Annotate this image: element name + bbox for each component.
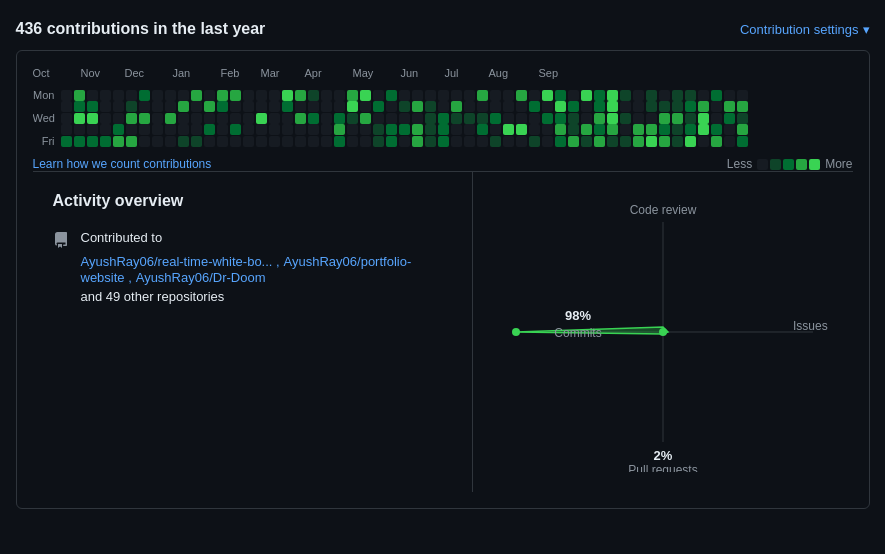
contribution-cell [542, 90, 553, 101]
contribution-cell [724, 136, 735, 147]
contribution-cell [282, 136, 293, 147]
contribution-cell [711, 90, 722, 101]
contribution-cell [191, 136, 202, 147]
contribution-cell [516, 136, 527, 147]
contribution-cell [464, 101, 475, 112]
contribution-cell [334, 101, 345, 112]
contribution-cell [737, 101, 748, 112]
contribution-cell [269, 124, 280, 135]
contribution-cell [139, 90, 150, 101]
month-labels: OctNovDecJanFebMarAprMayJunJulAugSep [33, 67, 853, 85]
contribution-cell [425, 124, 436, 135]
contribution-cell [152, 90, 163, 101]
contribution-cell [61, 124, 72, 135]
contribution-cell [165, 136, 176, 147]
contribution-cell [438, 113, 449, 124]
contribution-cell [646, 90, 657, 101]
contribution-cell [386, 101, 397, 112]
contribution-cell [594, 124, 605, 135]
activity-right: 98% Commits Issues Code review 2% Pull r… [473, 172, 853, 492]
contribution-cell [711, 101, 722, 112]
contribution-cell [685, 113, 696, 124]
contribution-cell [659, 90, 670, 101]
contribution-header: 436 contributions in the last year Contr… [16, 20, 870, 38]
contribution-cell [321, 113, 332, 124]
contribution-cell [152, 113, 163, 124]
contribution-grid: MonWedFri [33, 89, 853, 147]
contribution-cell [698, 124, 709, 135]
month-label-aug: Aug [489, 67, 509, 79]
contribution-cell [191, 101, 202, 112]
contribution-cell [113, 136, 124, 147]
contribution-cell [633, 136, 644, 147]
contribution-cell [737, 136, 748, 147]
contribution-cell [74, 101, 85, 112]
contribution-cell [594, 136, 605, 147]
legend-cell-3 [796, 159, 807, 170]
contribution-cell [308, 90, 319, 101]
month-label-feb: Feb [221, 67, 240, 79]
contribution-cell [230, 90, 241, 101]
contribution-cell [295, 136, 306, 147]
contribution-cell [269, 113, 280, 124]
graph-area: OctNovDecJanFebMarAprMayJunJulAugSep Mon… [33, 67, 853, 147]
contribution-cell [672, 113, 683, 124]
chevron-down-icon: ▾ [863, 22, 870, 37]
repo-link-2[interactable]: AyushRay06/Dr-Doom [136, 270, 266, 285]
contribution-cell [61, 113, 72, 124]
repo-link-0[interactable]: AyushRay06/real-time-white-bo... , [81, 254, 280, 269]
learn-link[interactable]: Learn how we count contributions [33, 157, 212, 171]
contribution-cell [386, 124, 397, 135]
contribution-cell [516, 90, 527, 101]
graph-footer: Learn how we count contributions Less Mo… [33, 157, 853, 171]
activity-section: Activity overview Contributed to AyushRa… [33, 171, 853, 492]
contribution-cell [204, 124, 215, 135]
contribution-cell [373, 101, 384, 112]
contribution-cell [412, 113, 423, 124]
contribution-cell [230, 113, 241, 124]
contribution-cell [724, 90, 735, 101]
contribution-cell [620, 136, 631, 147]
contribution-cell [451, 90, 462, 101]
contribution-cell [620, 124, 631, 135]
contribution-cell [126, 136, 137, 147]
contribution-cell [477, 101, 488, 112]
month-label-sep: Sep [539, 67, 559, 79]
legend-cell-2 [783, 159, 794, 170]
contribution-cell [412, 90, 423, 101]
contribution-cell [386, 90, 397, 101]
contribution-cell [737, 124, 748, 135]
contribution-settings-button[interactable]: Contribution settings ▾ [740, 22, 870, 37]
contribution-cell [165, 101, 176, 112]
contribution-cell [568, 124, 579, 135]
contribution-cell [737, 113, 748, 124]
contribution-cell [243, 101, 254, 112]
contribution-cell [204, 113, 215, 124]
legend-cell-1 [770, 159, 781, 170]
contribution-cell [724, 124, 735, 135]
activity-title: Activity overview [53, 192, 452, 210]
contribution-cell [204, 101, 215, 112]
contribution-cell [308, 101, 319, 112]
contribution-cell [451, 113, 462, 124]
contribution-cell [139, 136, 150, 147]
contribution-cell [425, 136, 436, 147]
contribution-cell [152, 124, 163, 135]
contribution-cell [139, 101, 150, 112]
contribution-cell [672, 101, 683, 112]
legend-cell-0 [757, 159, 768, 170]
contribution-cell [451, 136, 462, 147]
contribution-cell [568, 113, 579, 124]
contribution-cell [256, 136, 267, 147]
svg-text:Pull requests: Pull requests [628, 463, 697, 472]
contribution-cell [399, 136, 410, 147]
contribution-cell [191, 124, 202, 135]
activity-left: Activity overview Contributed to AyushRa… [33, 172, 473, 492]
contribution-cell [256, 113, 267, 124]
contribution-cell [347, 113, 358, 124]
contribution-cell [61, 101, 72, 112]
contribution-cell [217, 136, 228, 147]
contribution-cell [555, 136, 566, 147]
contribution-cell [451, 101, 462, 112]
contribution-cell [490, 113, 501, 124]
